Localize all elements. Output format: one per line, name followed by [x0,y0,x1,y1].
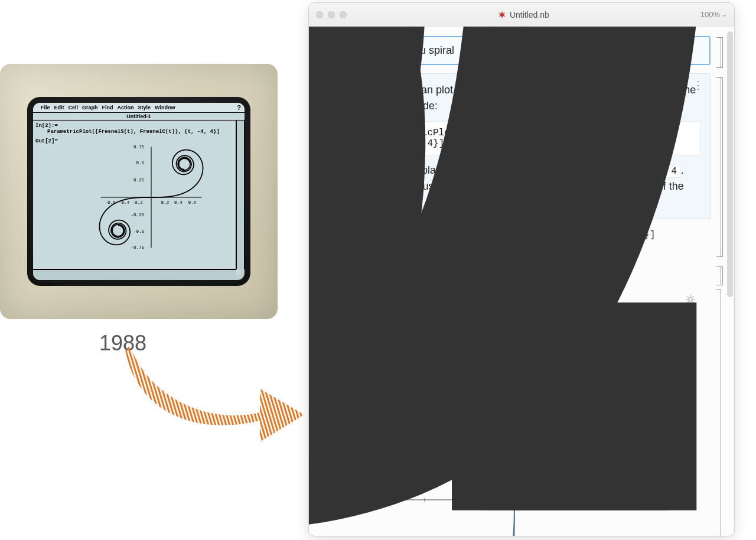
svg-line-66 [285,343,307,443]
legacy-scrollbar-vertical [236,121,245,269]
svg-line-65 [281,343,307,443]
svg-line-32 [164,343,200,443]
svg-line-70 [299,343,307,443]
svg-text:0.5: 0.5 [136,161,145,165]
svg-line-48 [221,343,256,443]
legacy-scrollbar-horizontal [33,269,236,280]
legacy-in-code: ParametricPlot[{FresnelS(t), FresnelC(t)… [47,129,233,135]
arrow-icon [124,343,307,443]
svg-line-57 [253,343,288,443]
svg-line-50 [228,343,263,443]
menu-edit: Edit [54,105,64,110]
legacy-notebook-body: In[2]:= ParametricPlot[{FresnelS(t), Fre… [33,121,236,269]
svg-text:0.6: 0.6 [188,200,196,205]
svg-line-16 [124,343,143,443]
svg-text:−0.5: −0.5 [309,27,507,536]
svg-text:-0.25: -0.25 [131,213,144,217]
svg-text:0.2: 0.2 [161,200,170,205]
svg-line-47 [217,343,253,443]
svg-line-68 [292,343,307,443]
crt-bezel: File Edit Cell Graph Find Action Style W… [27,97,250,286]
svg-line-39 [189,343,224,443]
svg-line-49 [224,343,260,443]
svg-text:-0.4: -0.4 [119,200,130,205]
legacy-in-label: In[2]:= [35,123,58,129]
wolfram-file-icon [498,11,506,19]
zoom-control[interactable]: 100% ⌄ [700,10,727,19]
svg-text:-0.5: -0.5 [133,229,145,234]
menu-graph: Graph [82,105,98,110]
legacy-menubar: File Edit Cell Graph Find Action Style W… [33,103,245,113]
svg-line-35 [175,343,210,443]
svg-line-43 [203,343,239,443]
help-icon: ? [237,104,241,111]
svg-line-38 [185,343,221,443]
crt-screen: File Edit Cell Graph Find Action Style W… [33,103,245,280]
output-plot: −0.6−0.4−0.2 0.20.40.6 0.5 −0.5 [349,373,680,536]
svg-line-14 [124,343,136,443]
menu-cell: Cell [69,105,79,110]
menu-style: Style [138,105,151,110]
chevron-down-icon: ⌄ [722,11,727,18]
svg-line-71 [302,343,307,443]
svg-line-25 [139,343,175,443]
close-icon[interactable] [316,11,323,18]
legacy-window-title: Untitled-1 [33,113,245,121]
maximize-icon[interactable] [340,11,347,18]
window-title: Untitled.nb [510,10,549,19]
svg-line-40 [193,343,228,443]
svg-line-36 [178,343,214,443]
svg-marker-78 [498,11,505,18]
svg-line-37 [182,343,217,443]
notebook-window: Untitled.nb 100% ⌄ Plot a Cornu s [308,2,735,536]
svg-line-67 [288,343,307,443]
zoom-value: 100% [700,10,720,19]
svg-text:0.75: 0.75 [133,145,145,149]
svg-line-63 [274,343,307,443]
menu-window: Window [155,105,175,110]
svg-line-34 [171,343,207,443]
window-controls[interactable] [316,11,347,18]
minimize-icon[interactable] [328,11,335,18]
window-titlebar[interactable]: Untitled.nb 100% ⌄ [309,3,734,27]
svg-text:-0.75: -0.75 [131,245,144,250]
svg-line-45 [210,343,246,443]
menu-find: Find [102,105,113,110]
svg-line-69 [295,343,307,443]
menu-action: Action [118,105,134,110]
svg-line-44 [207,343,242,443]
legacy-out-label: Out[2]= [35,138,58,144]
svg-line-24 [136,343,171,443]
svg-text:-0.2: -0.2 [132,200,143,205]
menu-file: File [41,105,50,110]
svg-line-41 [196,343,232,443]
vintage-mac-photo: File Edit Cell Graph Find Action Style W… [0,64,278,319]
svg-text:0.4: 0.4 [174,200,183,205]
svg-line-46 [214,343,249,443]
svg-line-64 [278,343,307,443]
svg-text:-0.6: -0.6 [105,200,116,205]
svg-text:0.25: 0.25 [133,178,145,183]
svg-line-33 [168,343,203,443]
svg-line-31 [161,343,196,443]
svg-line-42 [200,343,235,443]
legacy-plot: -0.6-0.4-0.2 0.20.40.6 0.50.25 -0.25-0.5… [86,144,216,251]
svg-line-72 [306,343,307,443]
